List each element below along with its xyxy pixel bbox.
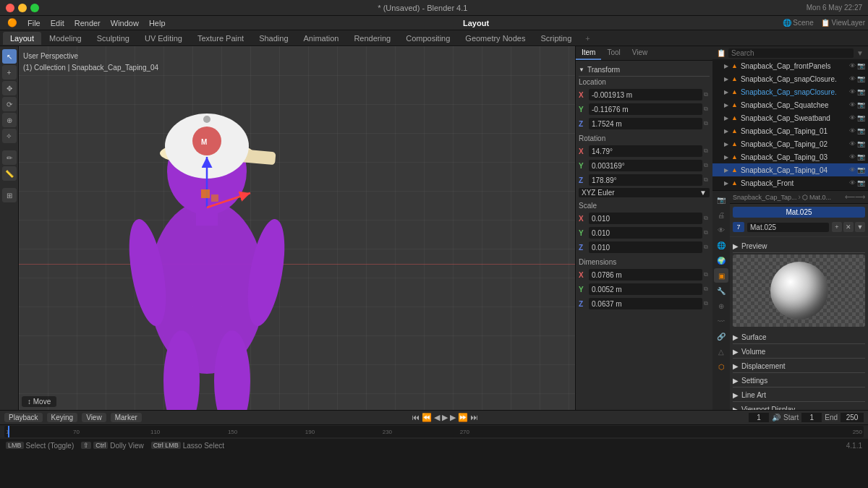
- tab-view[interactable]: View: [626, 46, 654, 60]
- visibility-btn[interactable]: 👁: [849, 179, 856, 187]
- tab-animation[interactable]: Animation: [297, 32, 346, 45]
- preview-header[interactable]: ▶ Preview: [733, 240, 865, 253]
- marker-menu[interactable]: Marker: [111, 413, 142, 422]
- mat-remove-btn[interactable]: ✕: [843, 222, 854, 232]
- dim-y-input[interactable]: [589, 283, 702, 295]
- tab-uv-editing[interactable]: UV Editing: [137, 32, 190, 45]
- visibility-btn[interactable]: 👁: [849, 101, 856, 108]
- props-tab-data[interactable]: △: [714, 344, 728, 359]
- copy-z-btn[interactable]: ⧉: [702, 120, 710, 127]
- outliner-item-4[interactable]: ▶ ▲ Snapback_Cap_Sweatband 👁 📷: [712, 111, 868, 124]
- timeline-ruler[interactable]: 1 70 110 150 190 230 270 250: [4, 426, 864, 437]
- start-frame-input[interactable]: [801, 413, 822, 422]
- props-tab-view[interactable]: 👁: [714, 223, 728, 237]
- copy-dy-btn[interactable]: ⧉: [702, 286, 710, 293]
- outliner-item-8-selected[interactable]: ▶ ▲ Snapback_Cap_Taping_04 👁 📷: [712, 163, 868, 176]
- rotation-x-input[interactable]: [589, 145, 702, 157]
- next-frame-btn[interactable]: ⏩: [458, 413, 468, 422]
- tab-geometry-nodes[interactable]: Geometry Nodes: [458, 32, 532, 45]
- timeline-playhead[interactable]: [8, 426, 9, 437]
- tool-cursor[interactable]: +: [2, 65, 17, 80]
- menu-edit[interactable]: Edit: [46, 17, 69, 29]
- render-btn[interactable]: 📷: [857, 179, 865, 187]
- mat-browse-btn[interactable]: ▼: [855, 222, 865, 232]
- add-workspace-button[interactable]: +: [579, 32, 595, 45]
- props-tab-scene[interactable]: 🌐: [714, 238, 728, 252]
- copy-x-btn[interactable]: ⧉: [702, 91, 710, 98]
- location-x-input[interactable]: [589, 89, 702, 100]
- outliner-item-3[interactable]: ▶ ▲ Snapback_Cap_Squatchee 👁 📷: [712, 98, 868, 111]
- render-btn[interactable]: 📷: [857, 166, 865, 174]
- menu-render[interactable]: Render: [70, 17, 105, 29]
- minimize-button[interactable]: [18, 4, 27, 12]
- displacement-section[interactable]: ▶ Displacement: [733, 360, 865, 373]
- render-btn[interactable]: 📷: [857, 75, 865, 82]
- view-menu-timeline[interactable]: View: [82, 413, 106, 422]
- copy-y-btn[interactable]: ⧉: [702, 106, 710, 113]
- menu-blender[interactable]: 🟠: [3, 17, 22, 29]
- settings-section[interactable]: ▶ Settings: [733, 374, 865, 388]
- tool-add[interactable]: ⊞: [2, 188, 17, 202]
- tab-modeling[interactable]: Modeling: [42, 32, 89, 45]
- render-btn[interactable]: 📷: [857, 127, 865, 134]
- outliner-item-2[interactable]: ▶ ▲ Snapback_Cap_snapClosure. 👁 📷: [712, 85, 868, 98]
- tool-annotate[interactable]: ✏: [2, 150, 17, 165]
- viewport-display-section[interactable]: ▶ Viewport Display: [733, 403, 865, 410]
- prev-frame-btn[interactable]: ⏪: [422, 413, 432, 422]
- render-btn[interactable]: 📷: [857, 140, 865, 147]
- volume-section[interactable]: ▶ Volume: [733, 346, 865, 359]
- rotation-y-input[interactable]: [589, 160, 702, 171]
- render-btn[interactable]: 📷: [857, 88, 865, 95]
- transform-header[interactable]: ▼ Transform: [579, 64, 710, 77]
- tool-scale[interactable]: ⊕: [2, 113, 17, 127]
- outliner-item-0[interactable]: ▶ ▲ Snapback_Cap_frontPanels 👁 📷: [712, 59, 868, 72]
- play-btn[interactable]: ▶: [442, 413, 448, 422]
- copy-sy-btn[interactable]: ⧉: [702, 229, 710, 236]
- visibility-btn[interactable]: 👁: [849, 153, 856, 160]
- keying-menu[interactable]: Keying: [47, 413, 78, 422]
- tab-scripting[interactable]: Scripting: [533, 32, 579, 45]
- visibility-btn[interactable]: 👁: [849, 140, 856, 147]
- tool-move[interactable]: ✥: [2, 81, 17, 95]
- next-keyframe-btn[interactable]: ▶: [450, 413, 456, 422]
- outliner-item-9[interactable]: ▶ ▲ Snapback_Front 👁 📷: [712, 176, 868, 188]
- props-tab-constraints[interactable]: 🔗: [714, 329, 728, 343]
- props-tab-modifiers[interactable]: 🔧: [714, 283, 728, 298]
- props-tab-material[interactable]: ⬡: [714, 359, 728, 374]
- copy-rz-btn[interactable]: ⧉: [702, 176, 710, 184]
- render-btn[interactable]: 📷: [857, 114, 865, 121]
- traffic-lights[interactable]: [6, 4, 39, 12]
- tool-rotate[interactable]: ⟳: [2, 97, 17, 111]
- material-name[interactable]: Mat.025: [733, 207, 865, 218]
- close-button[interactable]: [6, 4, 14, 12]
- props-tab-physics[interactable]: 〰: [714, 314, 728, 328]
- scale-z-input[interactable]: [589, 241, 702, 253]
- visibility-btn[interactable]: 👁: [849, 127, 856, 134]
- surface-section[interactable]: ▶ Surface: [733, 331, 865, 344]
- filter-icon[interactable]: ▼: [856, 49, 864, 57]
- visibility-btn[interactable]: 👁: [849, 62, 856, 69]
- play-start-btn[interactable]: ⏮: [412, 413, 420, 421]
- scale-y-input[interactable]: [589, 227, 702, 239]
- tool-measure[interactable]: 📏: [2, 166, 17, 181]
- playback-menu[interactable]: Playback: [4, 413, 43, 422]
- fullscreen-button[interactable]: [30, 4, 39, 12]
- tab-rendering[interactable]: Rendering: [346, 32, 398, 45]
- current-frame-input[interactable]: [749, 413, 769, 422]
- outliner-item-6[interactable]: ▶ ▲ Snapback_Cap_Taping_02 👁 📷: [712, 137, 868, 150]
- visibility-btn[interactable]: 👁: [849, 88, 856, 95]
- tab-shading[interactable]: Shading: [252, 32, 295, 45]
- copy-sx-btn[interactable]: ⧉: [702, 215, 710, 222]
- tab-texture-paint[interactable]: Texture Paint: [190, 32, 251, 45]
- menu-file[interactable]: File: [23, 17, 45, 29]
- tab-item[interactable]: Item: [576, 46, 601, 60]
- props-tab-particles[interactable]: ⊕: [714, 299, 728, 313]
- scale-x-input[interactable]: [589, 213, 702, 224]
- rotation-mode[interactable]: XYZ Euler ▼: [579, 188, 710, 197]
- tab-sculpting[interactable]: Sculpting: [90, 32, 137, 45]
- location-z-input[interactable]: [589, 118, 702, 129]
- menu-help[interactable]: Help: [145, 17, 170, 29]
- render-btn[interactable]: 📷: [857, 62, 865, 69]
- dim-x-input[interactable]: [589, 269, 702, 281]
- lineart-section[interactable]: ▶ Line Art: [733, 389, 865, 402]
